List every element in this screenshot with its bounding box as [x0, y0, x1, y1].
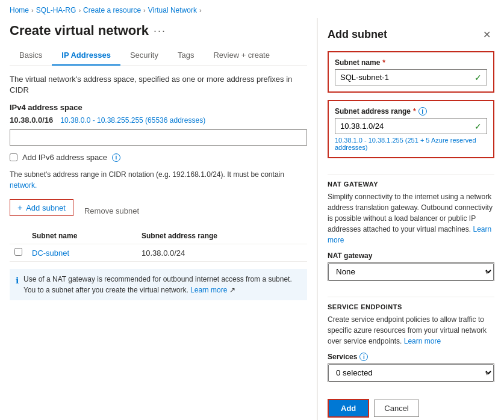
col-subnet-name: Subnet name — [27, 228, 137, 244]
subnet-range-note: 10.38.1.0 - 10.38.1.255 (251 + 5 Azure r… — [335, 137, 487, 151]
subnet-name-input-wrap: ✓ — [335, 69, 487, 85]
services-select[interactable]: 0 selected — [328, 364, 494, 381]
subnet-address-required: * — [413, 107, 416, 116]
subnet-name-label: Subnet name * — [335, 58, 487, 67]
subnet-address-input[interactable] — [335, 119, 470, 134]
add-subnet-label: Add subnet — [26, 203, 66, 212]
tab-review-create[interactable]: Review + create — [204, 46, 279, 66]
row-checkbox[interactable] — [14, 248, 22, 256]
address-space-input[interactable] — [10, 129, 307, 146]
col-checkbox — [10, 228, 27, 244]
subnet-table: Subnet name Subnet address range DC-subn… — [10, 228, 307, 262]
page-title: Create virtual network — [10, 23, 149, 39]
add-subnet-panel: Add subnet ✕ Subnet name * ✓ Subnet addr… — [317, 18, 504, 420]
add-button[interactable]: Add — [328, 399, 369, 418]
remove-subnet-button[interactable]: Remove subnet — [77, 203, 146, 218]
subnet-address-label: Subnet address range * i — [335, 107, 487, 116]
panel-title: Add subnet — [328, 28, 387, 41]
cidr-note: The subnet's address range in CIDR notat… — [10, 169, 307, 191]
panel-header: Add subnet ✕ — [328, 28, 494, 42]
subnet-name-field-group: Subnet name * ✓ — [328, 51, 494, 93]
content-description: The virtual network's address space, spe… — [10, 74, 307, 96]
info-note: ℹ Use of a NAT gateway is recommended fo… — [10, 269, 307, 300]
subnet-address-check-icon: ✓ — [470, 122, 487, 131]
subnet-address-input-wrap: ✓ — [335, 118, 487, 134]
tab-ip-addresses[interactable]: IP Addresses — [52, 46, 120, 66]
subnet-name-required: * — [382, 58, 385, 67]
nat-gateway-desc: Simplify connectivity to the internet us… — [328, 191, 494, 246]
ipv6-label: Add IPv6 address space — [22, 153, 107, 162]
nat-gateway-select-wrap: None ▾ — [328, 262, 494, 281]
plus-icon: + — [17, 203, 22, 212]
ipv6-checkbox[interactable] — [10, 153, 17, 161]
service-learn-more-link[interactable]: Learn more — [404, 337, 441, 345]
breadcrumb-vnet[interactable]: Virtual Network — [148, 6, 197, 14]
breadcrumb-home[interactable]: Home — [10, 6, 29, 14]
breadcrumb: Home › SQL-HA-RG › Create a resource › V… — [0, 0, 504, 18]
subnet-address-field-group: Subnet address range * i ✓ 10.38.1.0 - 1… — [328, 100, 494, 158]
left-panel: Create virtual network ··· Basics IP Add… — [0, 18, 317, 420]
info-circle-icon: ℹ — [16, 274, 19, 287]
services-label: Services i — [328, 353, 494, 361]
tab-basics[interactable]: Basics — [10, 46, 52, 66]
subnet-name-check-icon: ✓ — [470, 73, 487, 82]
learn-more-link-1[interactable]: Learn more — [190, 286, 227, 294]
ipv4-section-label: IPv4 address space — [10, 103, 307, 112]
ipv4-range: 10.38.0.0 - 10.38.255.255 (65536 address… — [60, 116, 205, 125]
service-endpoints-section: SERVICE ENDPOINTS — [328, 297, 494, 310]
tab-security[interactable]: Security — [120, 46, 168, 66]
subnet-link[interactable]: DC-subnet — [32, 249, 69, 258]
nat-gateway-select[interactable]: None — [328, 263, 494, 280]
ipv6-info-icon[interactable]: i — [112, 153, 120, 162]
ipv4-value: 10.38.0.0/16 — [10, 116, 53, 125]
breadcrumb-create-resource[interactable]: Create a resource — [83, 6, 141, 14]
subnet-name-input[interactable] — [335, 70, 470, 85]
panel-footer: Add Cancel — [328, 389, 494, 418]
breadcrumb-rg[interactable]: SQL-HA-RG — [36, 6, 76, 14]
services-info-icon[interactable]: i — [359, 353, 368, 361]
address-range-info-icon[interactable]: i — [418, 107, 427, 116]
close-button[interactable]: ✕ — [479, 28, 494, 42]
col-subnet-range: Subnet address range — [137, 228, 307, 244]
tab-tags[interactable]: Tags — [168, 46, 204, 66]
nat-gateway-section: NAT GATEWAY — [328, 174, 494, 188]
add-subnet-button[interactable]: + Add subnet — [10, 199, 73, 216]
info-note-text: Use of a NAT gateway is recommended for … — [23, 274, 301, 295]
services-select-wrap: 0 selected ▾ — [328, 363, 494, 382]
nat-gateway-label: NAT gateway — [328, 252, 494, 260]
page-options-icon[interactable]: ··· — [154, 25, 166, 37]
cancel-button[interactable]: Cancel — [374, 400, 418, 417]
tabs: Basics IP Addresses Security Tags Review… — [10, 46, 307, 66]
table-row: DC-subnet 10.38.0.0/24 — [10, 244, 307, 262]
service-endpoints-desc: Create service endpoint policies to allo… — [328, 314, 494, 347]
remove-subnet-label: Remove subnet — [84, 206, 139, 215]
subnet-range-cell: 10.38.0.0/24 — [137, 244, 307, 262]
